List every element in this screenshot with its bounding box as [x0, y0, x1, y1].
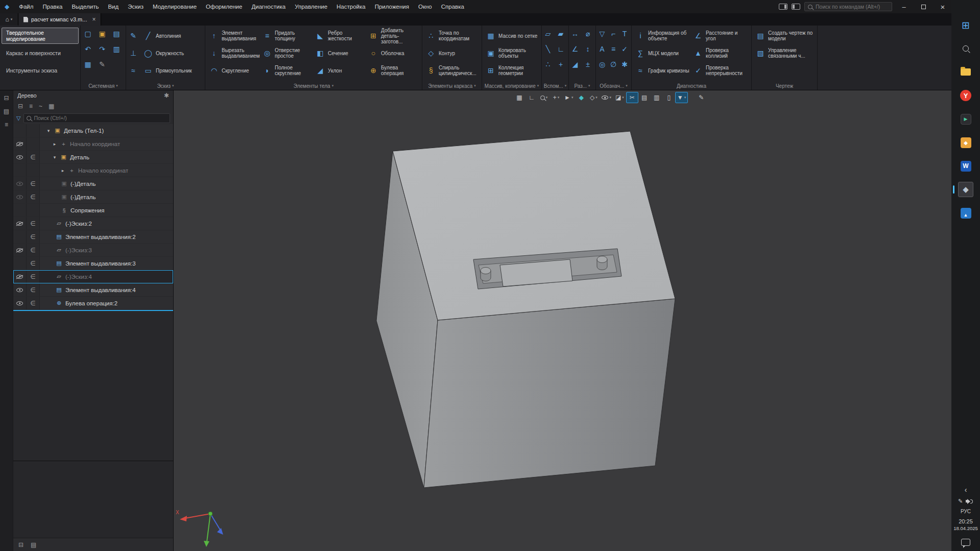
- axis-icon[interactable]: ╲: [543, 44, 553, 54]
- menu-layout[interactable]: Оформление: [201, 0, 247, 13]
- menu-help[interactable]: Справка: [437, 0, 469, 13]
- pin-left-top[interactable]: [481, 268, 491, 274]
- expander-icon[interactable]: ▾: [52, 155, 57, 160]
- tree-row[interactable]: ▸+Начало координат: [13, 137, 173, 151]
- spline-icon[interactable]: ≈: [128, 65, 138, 76]
- tree-row[interactable]: ▸+Начало координат: [13, 164, 173, 177]
- contour-button[interactable]: ◇Контур: [424, 44, 480, 62]
- yandex-browser-button[interactable]: Y: [958, 88, 973, 103]
- visibility-icon[interactable]: [16, 301, 23, 305]
- minimize-button[interactable]: –: [896, 0, 912, 13]
- local-csys-icon[interactable]: ∟: [556, 44, 566, 54]
- command-search-input[interactable]: [816, 4, 889, 10]
- hidden-icons-chevron[interactable]: ‹: [965, 486, 967, 494]
- group-label-frame[interactable]: Элементы каркаса: [422, 82, 482, 90]
- redo-icon[interactable]: ↷: [97, 44, 107, 54]
- layout-panel-alt-icon[interactable]: [792, 4, 800, 10]
- tree-search-box[interactable]: [23, 113, 170, 123]
- command-search[interactable]: [804, 2, 892, 11]
- hide-objects-button[interactable]: ▾: [600, 92, 613, 103]
- group-label-sketch[interactable]: Эскиз: [126, 82, 205, 90]
- speaker-icon[interactable]: [966, 498, 973, 505]
- tree-row[interactable]: §Сопряжения: [13, 204, 173, 217]
- draft-button[interactable]: ◢Уклон: [314, 62, 367, 79]
- tree-row[interactable]: ∈ ▱(-)Эскиз:3: [13, 244, 173, 257]
- visibility-ghost-icon[interactable]: [16, 195, 23, 199]
- tree-row[interactable]: ∈ ▤Элемент выдавливания:3: [13, 257, 173, 270]
- report-button[interactable]: ▯: [663, 92, 675, 103]
- create-drawing-button[interactable]: ▤Создать чертеж по модели: [754, 27, 815, 44]
- word-button[interactable]: W: [958, 158, 973, 174]
- offset-plane-icon[interactable]: ▱: [543, 29, 553, 39]
- autoline-button[interactable]: ╱ Автолиния: [141, 27, 203, 44]
- zoom-button[interactable]: ▾: [538, 92, 550, 103]
- tree-row[interactable]: ∈ ▾▣Деталь: [13, 151, 173, 164]
- menu-view[interactable]: Вид: [103, 0, 123, 13]
- print-icon[interactable]: ▥: [111, 44, 122, 54]
- check-mark-icon[interactable]: ✓: [619, 44, 630, 54]
- cut-extrude-button[interactable]: ↓Вырезать выдавливанием: [207, 44, 260, 62]
- filter-funnel-icon[interactable]: ▽: [16, 115, 20, 122]
- tree-row[interactable]: ∈ ▱(-)Эскиз:2: [13, 217, 173, 230]
- group-label-diagnostics[interactable]: Диагностика: [632, 82, 751, 90]
- clip-button[interactable]: ◪▾: [613, 92, 626, 103]
- tree-search-input[interactable]: [34, 115, 167, 121]
- tab-close-icon[interactable]: ×: [92, 16, 95, 23]
- group-label-drawing[interactable]: Чертеж: [752, 82, 817, 90]
- visibility-off-icon[interactable]: [16, 222, 23, 226]
- control-point-icon[interactable]: +: [556, 59, 566, 69]
- radial-dimension-icon[interactable]: ◢: [570, 59, 580, 69]
- circle-button[interactable]: ◯ Окружность: [141, 44, 203, 62]
- filter-button[interactable]: ▼▾: [675, 92, 688, 103]
- element-of-icon[interactable]: ∈: [30, 247, 35, 254]
- properties-icon[interactable]: ✎: [97, 59, 107, 69]
- open-document-icon[interactable]: ▣: [97, 29, 107, 39]
- element-of-icon[interactable]: ∈: [30, 220, 35, 227]
- group-label-system[interactable]: Системная: [81, 82, 126, 90]
- tolerance-icon[interactable]: ±: [583, 59, 593, 69]
- element-of-icon[interactable]: ∈: [30, 233, 35, 241]
- viewport-3d[interactable]: ▦ ∟ ▾ +▾ ►▾ ◆ ◇▾ ▾ ◪▾ ✂ ▤ ▥ ▯ ▼▾: [174, 90, 951, 551]
- layout-panel-icon[interactable]: [779, 4, 787, 10]
- element-of-icon[interactable]: ∈: [30, 180, 35, 187]
- fillet-button[interactable]: ◠Скругление: [207, 62, 260, 79]
- taskbar-search-button[interactable]: [958, 41, 973, 56]
- visibility-off-icon[interactable]: [16, 142, 23, 146]
- continuity-check-button[interactable]: ✓Проверка непрерывности: [691, 62, 749, 79]
- menu-applications[interactable]: Приложения: [370, 0, 414, 13]
- group-label-dimensions[interactable]: Раз...: [569, 82, 595, 90]
- note-icon[interactable]: A: [597, 44, 607, 54]
- mass-properties-button[interactable]: ∑МЦХ модели: [634, 44, 691, 62]
- element-of-icon[interactable]: ∈: [30, 286, 35, 294]
- home-button[interactable]: ⌂ ▾: [0, 13, 18, 26]
- menu-select[interactable]: Выделить: [67, 0, 103, 13]
- section-view-button[interactable]: ✂: [626, 92, 638, 103]
- panels-menu-icon[interactable]: ≡: [5, 121, 8, 128]
- tree-row-selected[interactable]: ∈ ▱(-)Эскиз:4: [13, 270, 173, 283]
- sequence-view-icon[interactable]: ≡: [29, 103, 33, 110]
- tree-view-toggle-icon[interactable]: ⊟: [18, 541, 23, 548]
- geometry-collection-button[interactable]: ⊞Коллекция геометрии: [484, 62, 539, 79]
- view-cube-button[interactable]: ◇▾: [587, 92, 600, 103]
- parameters-tab-icon[interactable]: ▤: [4, 108, 9, 115]
- menu-modeling[interactable]: Моделирование: [148, 0, 201, 13]
- gear-icon[interactable]: ✱: [164, 92, 169, 99]
- mode-wireframe-surfaces[interactable]: Каркас и поверхности: [2, 45, 79, 61]
- special-mark-icon[interactable]: ✱: [619, 59, 630, 69]
- object-info-button[interactable]: iИнформация об объекте: [634, 27, 691, 44]
- rib-button[interactable]: ◣Ребро жесткости: [314, 27, 367, 44]
- visibility-off-icon[interactable]: [16, 275, 23, 279]
- new-document-icon[interactable]: ▢: [83, 29, 93, 39]
- angle-dimension-icon[interactable]: ∠: [570, 44, 580, 54]
- expander-icon[interactable]: ▾: [46, 128, 51, 133]
- mode-sketch-tools[interactable]: Инструменты эскиза: [2, 62, 79, 79]
- sheet-button[interactable]: ▤: [638, 92, 651, 103]
- point-by-coords-button[interactable]: ∴Точка по координатам: [424, 27, 480, 44]
- media-app-button[interactable]: ▶: [958, 111, 973, 127]
- cylindrical-spiral-button[interactable]: §Спираль цилиндрическ...: [424, 62, 480, 79]
- kompas-app-button[interactable]: ◆: [958, 182, 973, 197]
- undo-icon[interactable]: ↶: [83, 44, 93, 54]
- parallel-plane-icon[interactable]: ▰: [556, 29, 566, 39]
- linked-drawings-button[interactable]: ▧Управление связанными ч...: [754, 44, 815, 62]
- aux-point-icon[interactable]: ∴: [543, 59, 553, 69]
